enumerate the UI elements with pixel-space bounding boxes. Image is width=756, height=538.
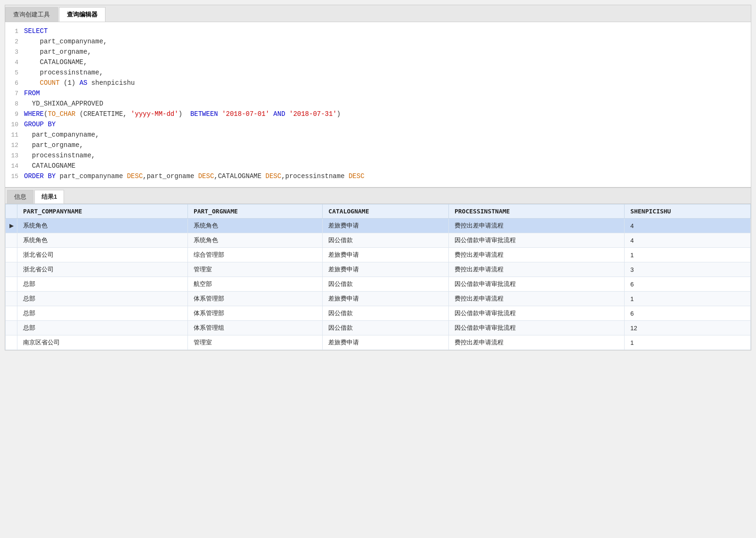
column-header: PART_ORGNAME <box>187 204 322 219</box>
row-indicator <box>6 277 17 292</box>
table-cell: 4 <box>625 233 751 248</box>
table-row[interactable]: 总部体系管理部因公借款因公借款申请审批流程6 <box>6 306 751 321</box>
table-cell: 费控出差申请流程 <box>448 335 624 350</box>
table-cell: 航空部 <box>187 277 322 292</box>
table-cell: 因公借款申请审批流程 <box>448 306 624 321</box>
table-cell: 因公借款申请审批流程 <box>448 321 624 335</box>
code-line-4: 4 CATALOGNAME, <box>5 58 751 68</box>
table-cell: 因公借款 <box>323 277 449 292</box>
line-number: 8 <box>5 100 24 107</box>
table-cell: 管理室 <box>187 262 322 277</box>
line-content: SELECT <box>24 27 48 35</box>
code-line-12: 12 part_orgname, <box>5 141 751 151</box>
line-content: part_orgname, <box>24 48 91 56</box>
table-cell: 1 <box>625 335 751 350</box>
line-number: 2 <box>5 38 24 45</box>
line-content: processinstname, <box>24 69 103 76</box>
tab-query-editor[interactable]: 查询编辑器 <box>59 7 106 22</box>
table-row[interactable]: ▶系统角色系统角色差旅费申请费控出差申请流程4 <box>6 219 751 233</box>
line-number: 1 <box>5 28 24 35</box>
main-container: 查询创建工具 查询编辑器 1SELECT2 part_companyname,3… <box>5 5 751 351</box>
table-cell: 体系管理组 <box>187 321 322 335</box>
tab-results[interactable]: 结果1 <box>34 190 64 204</box>
table-cell: 费控出差申请流程 <box>448 292 624 306</box>
line-content: GROUP BY <box>24 121 56 128</box>
table-cell: 系统角色 <box>187 219 322 233</box>
table-cell: 浙北省公司 <box>17 262 188 277</box>
line-number: 10 <box>5 121 24 128</box>
table-row[interactable]: 浙北省公司综合管理部差旅费申请费控出差申请流程1 <box>6 248 751 262</box>
line-number: 9 <box>5 111 24 118</box>
line-number: 15 <box>5 173 24 180</box>
line-number: 7 <box>5 90 24 97</box>
table-cell: 费控出差申请流程 <box>448 248 624 262</box>
table-cell: 费控出差申请流程 <box>448 262 624 277</box>
line-content: COUNT (1) AS shenpicishu <box>24 79 135 87</box>
table-cell: 因公借款 <box>323 306 449 321</box>
table-cell: 费控出差申请流程 <box>448 219 624 233</box>
table-cell: 因公借款申请审批流程 <box>448 277 624 292</box>
table-row[interactable]: 总部体系管理部差旅费申请费控出差申请流程1 <box>6 292 751 306</box>
code-line-11: 11 part_companyname, <box>5 130 751 141</box>
line-content: CATALOGNAME, <box>24 58 87 66</box>
table-cell: 差旅费申请 <box>323 262 449 277</box>
code-line-2: 2 part_companyname, <box>5 37 751 48</box>
line-number: 11 <box>5 131 24 139</box>
table-cell: 浙北省公司 <box>17 248 188 262</box>
table-cell: 总部 <box>17 292 188 306</box>
table-cell: 总部 <box>17 277 188 292</box>
row-indicator <box>6 292 17 306</box>
table-cell: 系统角色 <box>187 233 322 248</box>
row-indicator <box>6 233 17 248</box>
row-indicator <box>6 262 17 277</box>
tab-query-builder[interactable]: 查询创建工具 <box>5 7 58 22</box>
column-header: PART_COMPANYNAME <box>17 204 188 219</box>
sql-editor[interactable]: 1SELECT2 part_companyname,3 part_orgname… <box>5 22 751 188</box>
table-cell: 总部 <box>17 321 188 335</box>
row-indicator: ▶ <box>6 219 17 233</box>
line-number: 3 <box>5 49 24 56</box>
line-content: YD_SHIXOA_APPROVED <box>24 100 103 107</box>
table-row[interactable]: 系统角色系统角色因公借款因公借款申请审批流程4 <box>6 233 751 248</box>
table-cell: 6 <box>625 306 751 321</box>
table-cell: 差旅费申请 <box>323 219 449 233</box>
table-cell: 6 <box>625 277 751 292</box>
table-cell: 系统角色 <box>17 233 188 248</box>
table-row[interactable]: 总部航空部因公借款因公借款申请审批流程6 <box>6 277 751 292</box>
column-header: PROCESSINSTNAME <box>448 204 624 219</box>
table-cell: 12 <box>625 321 751 335</box>
line-content: WHERE(TO_CHAR (CREATETIME, 'yyyy-MM-dd')… <box>24 110 341 118</box>
table-cell: 差旅费申请 <box>323 292 449 306</box>
code-line-7: 7FROM <box>5 89 751 99</box>
column-header: CATALOGNAME <box>323 204 449 219</box>
table-cell: 总部 <box>17 306 188 321</box>
table-row[interactable]: 浙北省公司管理室差旅费申请费控出差申请流程3 <box>6 262 751 277</box>
table-cell: 南京区省公司 <box>17 335 188 350</box>
line-content: part_orgname, <box>24 141 83 149</box>
row-indicator <box>6 321 17 335</box>
column-header: SHENPICISHU <box>625 204 751 219</box>
table-cell: 综合管理部 <box>187 248 322 262</box>
table-cell: 因公借款 <box>323 233 449 248</box>
table-cell: 1 <box>625 292 751 306</box>
line-content: processinstname, <box>24 152 95 159</box>
table-cell: 1 <box>625 248 751 262</box>
top-tab-bar: 查询创建工具 查询编辑器 <box>5 5 751 22</box>
code-line-5: 5 processinstname, <box>5 68 751 79</box>
table-cell: 差旅费申请 <box>323 248 449 262</box>
table-row[interactable]: 南京区省公司管理室差旅费申请费控出差申请流程1 <box>6 335 751 350</box>
tab-info[interactable]: 信息 <box>7 190 33 204</box>
table-cell: 因公借款 <box>323 321 449 335</box>
table-cell: 体系管理部 <box>187 292 322 306</box>
table-cell: 体系管理部 <box>187 306 322 321</box>
row-indicator <box>6 248 17 262</box>
table-cell: 4 <box>625 219 751 233</box>
table-row[interactable]: 总部体系管理组因公借款因公借款申请审批流程12 <box>6 321 751 335</box>
line-number: 14 <box>5 163 24 170</box>
results-table: PART_COMPANYNAMEPART_ORGNAMECATALOGNAMEP… <box>5 204 751 350</box>
table-cell: 因公借款申请审批流程 <box>448 233 624 248</box>
results-area: PART_COMPANYNAMEPART_ORGNAMECATALOGNAMEP… <box>5 204 751 350</box>
table-cell: 差旅费申请 <box>323 335 449 350</box>
line-number: 12 <box>5 142 24 149</box>
table-body: ▶系统角色系统角色差旅费申请费控出差申请流程4系统角色系统角色因公借款因公借款申… <box>6 219 751 350</box>
